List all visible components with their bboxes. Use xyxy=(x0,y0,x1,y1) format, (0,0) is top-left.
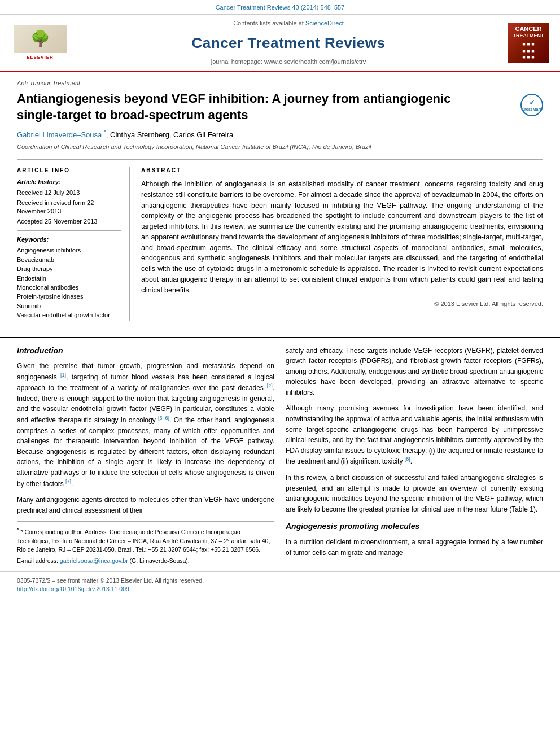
elsevier-logo-image: 🌳 xyxy=(14,25,67,53)
elsevier-label: ELSEVIER xyxy=(27,54,54,60)
author-sternberg: Cinthya Sternberg, Carlos Gil Ferreira xyxy=(110,130,233,139)
abstract-text: Although the inhibition of angiogenesis … xyxy=(141,179,543,295)
article-info-panel: ARTICLE INFO Article history: Received 1… xyxy=(17,167,130,320)
ref-2: [2] xyxy=(267,383,273,388)
bottom-bar: 0305-7372/$ – see front matter © 2013 El… xyxy=(0,571,560,597)
ref-1: [1] xyxy=(60,372,66,378)
right-paragraph-1: safety and efficacy. These targets inclu… xyxy=(286,346,543,398)
right-paragraph-3: In this review, a brief discussion of su… xyxy=(286,473,543,514)
article-title: Antiangiogenesis beyond VEGF inhibition:… xyxy=(17,91,469,123)
right-paragraph-2: Although many promising avenues for inve… xyxy=(286,403,543,467)
keyword-item: Protein-tyrosine kinases xyxy=(17,292,121,301)
keyword-item: Bevacizumab xyxy=(17,256,121,264)
journal-citation: Cancer Treatment Reviews 40 (2014) 548–5… xyxy=(0,0,560,15)
abstract-panel: ABSTRACT Although the inhibition of angi… xyxy=(141,167,543,320)
keywords-list: Angiogenesis inhibitorsBevacizumabDrug t… xyxy=(17,246,121,320)
keyword-item: Drug therapy xyxy=(17,265,121,273)
affiliation: Coordination of Clinical Research and Te… xyxy=(17,143,543,151)
article-content: Anti-Tumour Treatment Antiangiogenesis b… xyxy=(0,72,560,337)
ref-3-6: [3–6] xyxy=(158,415,169,421)
info-divider xyxy=(17,230,121,231)
intro-paragraph-1: Given the premise that tumor growth, pro… xyxy=(17,361,274,489)
journal-title-area: Contents lists available at ScienceDirec… xyxy=(77,19,500,66)
article-history-label: Article history: xyxy=(17,178,121,186)
title-row: Antiangiogenesis beyond VEGF inhibition:… xyxy=(17,91,543,129)
introduction-heading: Introduction xyxy=(17,346,274,357)
footnote-email-line: E-mail address: gabrielsousa@inca.gov.br… xyxy=(17,557,274,566)
elsevier-logo-area: 🌳 ELSEVIER xyxy=(9,19,71,66)
info-abstract-section: ARTICLE INFO Article history: Received 1… xyxy=(17,159,543,320)
article-type: Anti-Tumour Treatment xyxy=(17,79,543,88)
authors-line: Gabriel Limaverde–Sousa *, Cinthya Stern… xyxy=(17,129,543,141)
science-direct-line: Contents lists available at ScienceDirec… xyxy=(233,19,344,28)
footnote-star-text: * * Corresponding author. Address: Coord… xyxy=(17,526,274,554)
doi-link[interactable]: http://dx.doi.org/10.1016/j.ctrv.2013.11… xyxy=(17,586,129,592)
angiogenesis-heading: Angiogenesis promoting molecules xyxy=(286,521,543,532)
doi-line: http://dx.doi.org/10.1016/j.ctrv.2013.11… xyxy=(17,585,543,593)
copyright-notice: © 2013 Elsevier Ltd. All rights reserved… xyxy=(141,300,543,308)
journal-homepage: journal homepage: www.elsevierhealth.com… xyxy=(211,58,366,66)
ref-7: [7] xyxy=(65,479,71,484)
author-footnote-star: * xyxy=(104,129,106,136)
cancer-treatment-logo-area: CANCER TREATMENT ■ ■ ■ ■ ■ ■ ■ ■ ■ xyxy=(506,19,551,66)
revised-date: Received in revised form 22 November 201… xyxy=(17,199,121,216)
body-right-column: safety and efficacy. These targets inclu… xyxy=(286,346,543,566)
keyword-item: Sunitinib xyxy=(17,302,121,311)
body-left-column: Introduction Given the premise that tumo… xyxy=(17,346,274,566)
keyword-item: Vascular endothelial growth factor xyxy=(17,311,121,320)
keywords-label: Keywords: xyxy=(17,235,121,244)
crossmark-badge: ✓ CrossMark xyxy=(520,94,543,116)
issn-line: 0305-7372/$ – see front matter © 2013 El… xyxy=(17,576,543,585)
keyword-item: Angiogenesis inhibitors xyxy=(17,246,121,255)
footnote-email-link[interactable]: gabrielsousa@inca.gov.br xyxy=(60,557,128,564)
keyword-item: Endostatin xyxy=(17,274,121,283)
intro-paragraph-2: Many antiangiogenic agents directed to m… xyxy=(17,495,274,516)
main-body-section: Introduction Given the premise that tumo… xyxy=(0,337,560,566)
footnote-email-suffix: (G. Limaverde-Sousa). xyxy=(130,557,190,564)
journal-title: Cancer Treatment Reviews xyxy=(192,33,386,53)
abstract-heading: ABSTRACT xyxy=(141,167,543,174)
author-limaverde[interactable]: Gabriel Limaverde–Sousa xyxy=(17,130,102,139)
article-info-heading: ARTICLE INFO xyxy=(17,167,121,174)
footnote-area: * * Corresponding author. Address: Coord… xyxy=(17,521,274,566)
ref-8: [8] xyxy=(405,456,410,462)
accepted-date: Accepted 25 November 2013 xyxy=(17,217,121,226)
received-date: Received 12 July 2013 xyxy=(17,189,121,197)
science-direct-link[interactable]: ScienceDirect xyxy=(305,20,344,27)
cancer-treatment-logo: CANCER TREATMENT ■ ■ ■ ■ ■ ■ ■ ■ ■ xyxy=(508,23,549,63)
keyword-item: Monoclonal antibodies xyxy=(17,283,121,292)
journal-header: 🌳 ELSEVIER Contents lists available at S… xyxy=(0,15,560,72)
angiogenesis-paragraph: In a nutrition deficient microenvironmen… xyxy=(286,537,543,558)
angiogenesis-section: Angiogenesis promoting molecules In a nu… xyxy=(286,521,543,558)
